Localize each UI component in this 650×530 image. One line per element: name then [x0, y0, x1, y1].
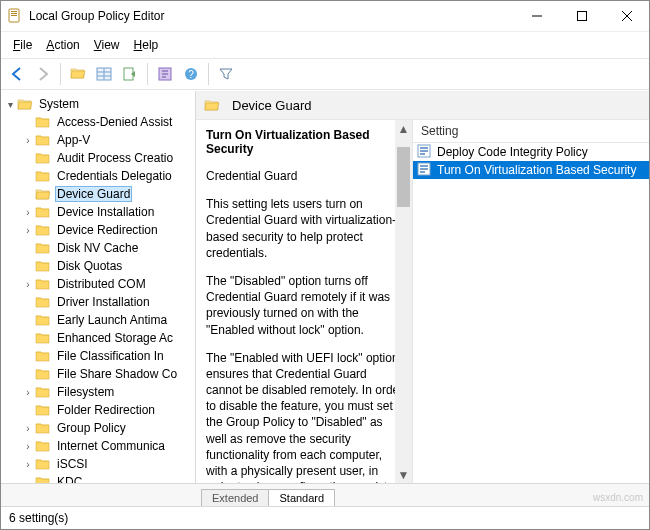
status-bar: 6 setting(s)	[1, 506, 649, 529]
close-button[interactable]	[604, 1, 649, 31]
tree-label: Internet Communica	[55, 439, 167, 453]
tree-label: Group Policy	[55, 421, 128, 435]
folder-icon	[35, 295, 51, 309]
folder-icon	[35, 133, 51, 147]
tree-node[interactable]: Driver Installation	[3, 293, 195, 311]
menu-bar: File Action View Help	[1, 32, 649, 58]
separator-icon	[60, 63, 61, 85]
svg-rect-8	[577, 12, 586, 21]
export-button[interactable]	[118, 62, 142, 86]
folder-icon	[35, 277, 51, 291]
title-bar: Local Group Policy Editor	[1, 1, 649, 32]
menu-file[interactable]: File	[7, 36, 38, 54]
folder-icon	[35, 439, 51, 453]
menu-help[interactable]: Help	[128, 36, 165, 54]
desc-paragraph: Credential Guard	[206, 168, 406, 184]
tree-view[interactable]: ▾SystemAccess-Denied Assist›App-VAudit P…	[1, 91, 196, 483]
window-title: Local Group Policy Editor	[29, 9, 514, 23]
desc-paragraph: The "Disabled" option turns off Credenti…	[206, 273, 406, 338]
tree-node[interactable]: File Classification In	[3, 347, 195, 365]
tree-node[interactable]: KDC	[3, 473, 195, 483]
scroll-up-icon[interactable]: ▲	[395, 120, 412, 137]
tab-standard[interactable]: Standard	[268, 489, 335, 506]
setting-icon	[417, 144, 433, 160]
tree-label: Device Redirection	[55, 223, 160, 237]
tree-node[interactable]: Credentials Delegatio	[3, 167, 195, 185]
tree-node[interactable]: Device Guard	[3, 185, 195, 203]
tree-node[interactable]: ›Device Installation	[3, 203, 195, 221]
menu-action[interactable]: Action	[40, 36, 85, 54]
folder-icon	[35, 223, 51, 237]
menu-action-label: ction	[54, 38, 79, 52]
settings-list[interactable]: Setting Deploy Code Integrity PolicyTurn…	[412, 120, 649, 483]
tree-node[interactable]: Disk NV Cache	[3, 239, 195, 257]
tree-label: Distributed COM	[55, 277, 148, 291]
list-view-button[interactable]	[92, 62, 116, 86]
help-button[interactable]: ?	[179, 62, 203, 86]
tree-node[interactable]: File Share Shadow Co	[3, 365, 195, 383]
folder-icon	[35, 421, 51, 435]
tree-label: Disk Quotas	[55, 259, 124, 273]
menu-file-label: ile	[20, 38, 32, 52]
tree-label: Device Installation	[55, 205, 156, 219]
folder-icon	[204, 98, 220, 112]
folder-icon	[35, 169, 51, 183]
tree-label: Device Guard	[55, 186, 132, 202]
tree-node[interactable]: ›Group Policy	[3, 419, 195, 437]
tree-node[interactable]: ›iSCSI	[3, 455, 195, 473]
tree-node[interactable]: Early Launch Antima	[3, 311, 195, 329]
detail-header-label: Device Guard	[232, 98, 311, 113]
separator-icon	[208, 63, 209, 85]
maximize-button[interactable]	[559, 1, 604, 31]
menu-help-label: elp	[142, 38, 158, 52]
tree-node[interactable]: ›Internet Communica	[3, 437, 195, 455]
folder-icon	[35, 475, 51, 483]
list-item[interactable]: Deploy Code Integrity Policy	[413, 143, 649, 161]
tree-label: App-V	[55, 133, 92, 147]
menu-view[interactable]: View	[88, 36, 126, 54]
tree-node[interactable]: ›Distributed COM	[3, 275, 195, 293]
watermark: wsxdn.com	[593, 492, 643, 503]
tree-node[interactable]: ›Filesystem	[3, 383, 195, 401]
list-item[interactable]: Turn On Virtualization Based Security	[413, 161, 649, 179]
folder-icon	[35, 331, 51, 345]
tree-node[interactable]: Audit Process Creatio	[3, 149, 195, 167]
app-icon	[7, 8, 23, 24]
folder-icon	[35, 151, 51, 165]
tree-label: Audit Process Creatio	[55, 151, 175, 165]
menu-view-label: iew	[102, 38, 120, 52]
status-text: 6 setting(s)	[9, 511, 68, 525]
tree-label: File Share Shadow Co	[55, 367, 179, 381]
properties-button[interactable]	[153, 62, 177, 86]
folder-icon	[35, 349, 51, 363]
tree-node[interactable]: Disk Quotas	[3, 257, 195, 275]
tree-node[interactable]: ›App-V	[3, 131, 195, 149]
minimize-button[interactable]	[514, 1, 559, 31]
back-button[interactable]	[5, 62, 29, 86]
up-button[interactable]	[66, 62, 90, 86]
tree-node-system[interactable]: ▾System	[3, 95, 195, 113]
tree-node[interactable]: Enhanced Storage Ac	[3, 329, 195, 347]
setting-icon	[417, 162, 433, 178]
tree-label: Driver Installation	[55, 295, 152, 309]
list-column-header[interactable]: Setting	[413, 120, 649, 143]
folder-icon	[35, 187, 51, 201]
desc-paragraph: The "Enabled with UEFI lock" option ensu…	[206, 350, 406, 483]
tree-label: Filesystem	[55, 385, 116, 399]
svg-text:?: ?	[188, 69, 194, 80]
tree-node[interactable]: Folder Redirection	[3, 401, 195, 419]
scroll-down-icon[interactable]: ▼	[395, 466, 412, 483]
list-item-label: Deploy Code Integrity Policy	[437, 145, 588, 159]
description-pane: Turn On Virtualization Based Security Cr…	[196, 120, 412, 483]
forward-button[interactable]	[31, 62, 55, 86]
folder-icon	[35, 385, 51, 399]
tab-extended[interactable]: Extended	[201, 489, 269, 506]
scroll-thumb[interactable]	[397, 147, 410, 207]
folder-icon	[35, 241, 51, 255]
tree-node[interactable]: ›Device Redirection	[3, 221, 195, 239]
tab-strip: Extended Standard	[1, 483, 649, 506]
folder-icon	[35, 313, 51, 327]
filter-button[interactable]	[214, 62, 238, 86]
tree-node[interactable]: Access-Denied Assist	[3, 113, 195, 131]
desc-scrollbar[interactable]: ▲ ▼	[395, 120, 412, 483]
